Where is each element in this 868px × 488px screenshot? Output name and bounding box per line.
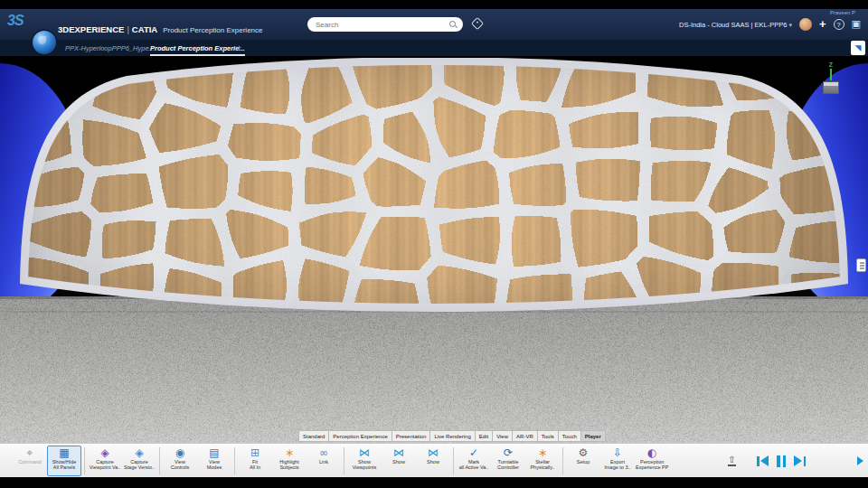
mark-all-active-icon: ✓ [469,447,478,459]
ribbon-tab-tools[interactable]: Tools [537,430,558,442]
toolbar-separator [562,447,563,474]
toolbar-button-label2: Experience PP [636,465,668,470]
ribbon-tab-edit[interactable]: Edit [475,430,492,442]
new-tab-button[interactable]: + [237,43,241,52]
toolbar-button-label2: Modes [207,465,222,470]
toolbar-buttons: ⌖Command▦Show/HideAll Panels◈CaptureView… [13,446,669,476]
toolbar-button-label: Setup [577,459,590,465]
side-panel-handle[interactable] [856,258,866,272]
search-bar[interactable] [307,17,463,32]
ribbon-tab-touch[interactable]: Touch [558,430,580,442]
capture-viewpoint-button[interactable]: ◈CaptureViewpoint Va.. [88,446,122,476]
search-icon[interactable] [449,21,457,28]
toolbar-right: ⇧ [728,444,866,478]
show-2-icon: ⋈ [428,447,439,459]
show-button-2[interactable]: ⋈Show [416,446,450,476]
ribbon-tab-presentation[interactable]: Presentation [392,430,430,442]
setup-icon: ⚙ [579,447,589,459]
letterbox-top [0,0,868,9]
setup-button[interactable]: ⚙Setup [566,446,600,476]
toolbar-button-label2: Controls [171,465,189,470]
add-content-button[interactable]: + [819,18,826,31]
link-icon: ∞ [319,447,328,459]
toolbar-expand-chevron[interactable] [857,456,863,465]
show-1-icon: ⋈ [393,447,404,459]
pause-button[interactable] [777,455,786,467]
view-controls-button[interactable]: ◉ViewControls [163,446,197,476]
maximize-icon[interactable]: ◥ [851,41,865,55]
ribbon-tab-player[interactable]: Player [580,430,606,442]
toolbar-button-label: Show [427,459,439,465]
search-input[interactable] [307,21,449,29]
show-hide-all-panels-button[interactable]: ▦Show/HideAll Panels [47,446,81,476]
3dexperience-compass-badge[interactable] [33,31,56,54]
doc-tab-active[interactable]: Product Perception Experie... [150,44,245,56]
fit-all-in-button[interactable]: ⊞FitAll In [238,446,272,476]
toolbar-button-label2: All In [250,465,260,470]
view-controls-icon: ◉ [175,447,184,459]
turntable-controller-button[interactable]: ⟳TurntableController [491,446,525,476]
toolbar-button-label2: Subjects [279,465,298,470]
link-button[interactable]: ∞Link [307,446,341,476]
export-image-button[interactable]: ⇩ExportImage to 3.. [600,446,635,476]
command-button[interactable]: ⌖Command [13,446,47,476]
show-viewpoints-button[interactable]: ⋈ShowViewpoints [347,446,382,476]
view-modes-button[interactable]: ▤ViewModes [197,446,231,476]
ribbon-tab-perception-experience[interactable]: Perception Experience [328,430,391,442]
ribbon-tab-standard[interactable]: Standard [298,430,328,442]
perception-experience-button[interactable]: ◐PerceptionExperience PP [635,446,669,476]
axis-z-line [830,69,832,80]
doc-tab-hyperloop[interactable]: PPX-HyperloopPPP6_Hype... [65,44,155,52]
toolbar-button-label: Link [319,459,328,465]
ribbon-tab-view[interactable]: View [492,430,512,442]
toolbar-button-label2: Viewpoints [353,465,377,470]
toolbar-button-label: Command [18,459,41,465]
brand-divider: | [127,24,128,34]
application-window: 3S 3DEXPERIENCE|CATIAProduct Perception … [0,0,868,488]
toolbar-separator [453,447,454,474]
toolbar-separator [159,447,160,474]
tenant-selector[interactable]: DS-India - Cloud SAAS | EKL-PPP6▾ [679,21,792,29]
ribbon-tabs: StandardPerception ExperiencePresentatio… [298,430,606,442]
turntable-controller-icon: ⟳ [504,447,513,459]
toolbar-button-label2: Stage Versio.. [124,465,155,470]
chevron-down-icon: ▾ [788,22,792,28]
highlight-subjects-button[interactable]: ∗HighlightSubjects [272,446,307,476]
share-export-button[interactable]: ⇧ [728,455,736,466]
header-actions: Praveen P DS-India - Cloud SAAS | EKL-PP… [679,18,861,31]
viewport-3d[interactable]: Z [0,56,868,443]
user-avatar[interactable] [799,18,812,31]
fit-all-in-icon: ⊞ [250,447,259,459]
mark-all-active-button[interactable]: ✓Markall Active Va.. [457,446,491,476]
ribbon-tab-ar-vr[interactable]: AR-VR [512,430,537,442]
help-button[interactable]: ? [834,19,844,30]
toolbar-button-label2: all Active Va.. [459,465,489,470]
navigation-compass[interactable]: Z [817,61,844,94]
highlight-subjects-icon: ∗ [285,447,294,459]
tag-icon[interactable] [471,17,484,30]
toolbar-button-label2: All Panels [53,465,75,470]
show-button-1[interactable]: ⋈Show [382,446,416,476]
capture-stage-icon: ◈ [135,447,143,459]
play-forward-button[interactable] [794,455,807,467]
stellar-icon: ∗ [538,447,547,459]
voronoi-wall-canvas [20,58,848,316]
share-screen-icon[interactable]: ▣ [852,19,861,30]
toolbar-button-label2: Physically.. [530,465,554,470]
command-icon: ⌖ [27,447,33,459]
toolbar-separator [234,447,235,474]
skip-back-button[interactable] [756,455,769,467]
product-name: Product Perception Experience [163,26,262,34]
voronoi-wall [20,58,848,316]
view-cube[interactable] [823,81,839,94]
perception-experience-icon: ◐ [647,447,656,459]
view-modes-icon: ▤ [209,447,219,459]
ribbon-tab-live-rendering[interactable]: Live Rendering [429,430,474,442]
capture-stage-button[interactable]: ◈CaptureStage Versio.. [122,446,156,476]
player-controls [756,455,807,467]
export-image-icon: ⇩ [613,447,622,459]
toolbar-button-label: Show [392,459,405,465]
app-name: CATIA [132,24,157,34]
toolbar-button-label2: Image to 3.. [604,465,630,470]
stellar-button[interactable]: ∗StellarPhysically.. [525,446,560,476]
